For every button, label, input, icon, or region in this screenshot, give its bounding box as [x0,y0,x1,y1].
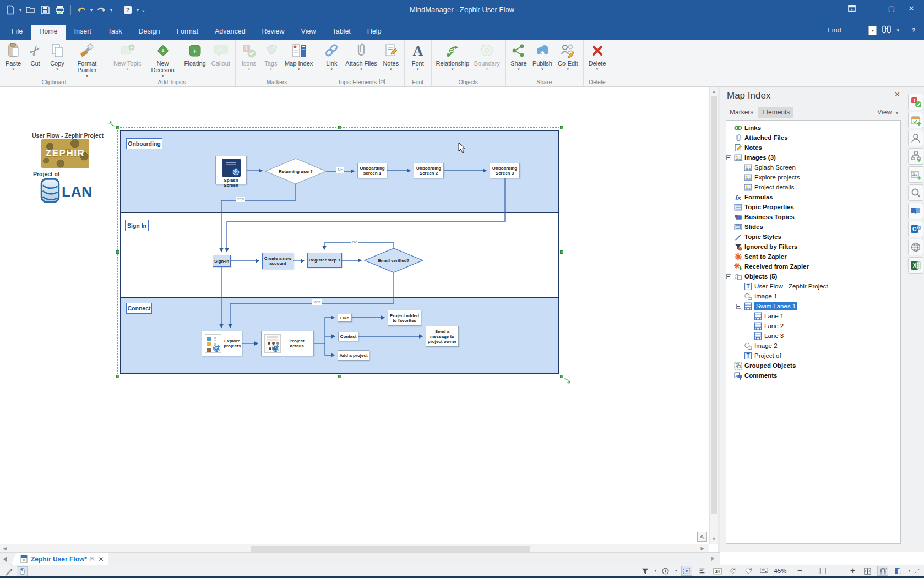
zoom-slider[interactable] [809,566,843,576]
node-sign-in[interactable]: Sign-in [213,255,231,267]
font-button[interactable]: AFont▾ [407,41,429,73]
tree-item-lane-1[interactable]: +Lane 1 [726,311,900,321]
node-onboarding-screen-2[interactable]: Onboarding Screen 2 [414,163,444,178]
zoom-slider-thumb[interactable] [819,568,821,574]
tree-item-lane-2[interactable]: +Lane 2 [726,321,900,331]
help-icon[interactable]: ? [909,26,918,35]
pen-mode-icon[interactable] [4,566,14,576]
tab-advanced[interactable]: Advanced [206,25,254,40]
outline-view-icon[interactable] [697,566,708,576]
tab-close-icon[interactable]: ✕ [98,555,104,563]
zoom-in-icon[interactable]: + [847,566,857,576]
find-binoculars-icon[interactable] [881,24,892,36]
node-onboarding-screen-1[interactable]: Onboarding screen 1 [357,163,387,178]
panel-close-icon[interactable]: ✕ [894,90,900,99]
tree-item-links[interactable]: Links [726,123,900,133]
scroll-right-icon[interactable]: ▶ [698,544,706,553]
delete-button[interactable]: Delete▾ [586,41,609,73]
link-button[interactable]: Link▾ [320,41,343,73]
tab-review[interactable]: Review [254,25,293,40]
zephir-logo[interactable]: ZEPHIR [41,139,89,168]
strip-tab-outlook-icon[interactable]: O [908,221,923,237]
tab-help[interactable]: Help [359,25,390,40]
find-dropdown[interactable]: ▾ [868,26,877,35]
tree-item-notes[interactable]: Notes [726,143,900,152]
paste-button[interactable]: Paste▾ [2,41,24,73]
strip-tab-image-add-icon[interactable] [908,166,923,183]
strip-tab-web-icon[interactable] [908,239,923,255]
zoom-out-icon[interactable]: − [795,566,805,576]
node-add-a-project[interactable]: Add a project [338,350,369,361]
node-send-message[interactable]: Send a message to project owner [426,326,459,347]
tree-item-sent-to-zapier[interactable]: Sent to Zapier [726,252,900,261]
strip-tab-search-icon[interactable] [908,184,923,201]
expander-icon[interactable] [726,155,731,160]
vertical-scrollbar[interactable]: ▲ ▼ [709,87,718,544]
refresh-caret[interactable]: ▾ [675,569,677,573]
tree-item-project-details[interactable]: Project details [726,182,900,192]
tree-item-attached-files[interactable]: Attached Files [726,133,900,143]
tree-item-topic-properties[interactable]: Topic Properties [726,202,900,212]
map-index-tab-elements[interactable]: Elements [758,107,793,118]
mouse-mode-icon[interactable] [17,566,28,576]
tree-item-image-1[interactable]: Image 1 [726,291,900,301]
horizontal-scrollbar[interactable]: ◀ ▶ [0,544,709,552]
fit-map-icon[interactable] [862,566,873,576]
strip-tab-marker-badge-icon[interactable]: 1 [908,94,923,110]
scroll-up-icon[interactable]: ▲ [710,88,718,96]
tree-item-ignored-by-filters[interactable]: Ignored by Filters [726,242,900,252]
strip-tab-map-parts-icon[interactable] [908,203,923,219]
next-tab-icon[interactable] [711,556,714,561]
refresh-icon[interactable] [661,566,671,576]
snap-magnet-icon[interactable]: # [877,566,888,576]
map-canvas[interactable]: User Flow - Zephir Project ZEPHIR Projec… [0,87,709,544]
pages-caret[interactable]: ▾ [908,569,910,573]
lane-label-connect[interactable]: Connect [126,303,152,314]
document-tab[interactable]: Zephir User Flow* ⇱ ✕ [11,553,108,565]
tree-item-image-2[interactable]: Image 2 [726,341,900,351]
strip-tab-excel-icon[interactable]: X [908,257,923,274]
view-dropdown[interactable]: View▼ [877,108,899,116]
close-button[interactable]: ✕ [903,1,920,15]
node-create-account[interactable]: Create a new account [262,253,293,269]
new-decision-button[interactable]: +New Decision▾ [144,41,182,79]
previous-tab-icon[interactable] [3,557,7,562]
tree-item-grouped-objects[interactable]: Grouped Objects [726,361,900,370]
tab-format[interactable]: Format [168,25,206,40]
cut-button[interactable]: ✂Cut [24,41,46,68]
strip-tab-topic-map-add-icon[interactable] [908,148,923,165]
pages-icon[interactable] [893,566,904,576]
tree-item-images-3[interactable]: Images (3) [726,152,900,162]
tab-expand-icon[interactable]: ⇱ [90,556,95,562]
tree-item-topic-styles[interactable]: Topic Styles [726,232,900,242]
tab-insert[interactable]: Insert [66,25,100,40]
horizontal-scroll-thumb[interactable] [251,546,530,552]
tree-item-explore-projects[interactable]: Explore projects [726,172,900,182]
tree-item-project-of[interactable]: TProject of [726,351,900,361]
tree-item-received-from-zapier[interactable]: Received from Zapier [726,261,900,271]
tab-home[interactable]: Home [31,25,66,40]
node-project-details[interactable]: Project details [261,331,314,356]
scroll-left-icon[interactable]: ◀ [1,544,9,553]
relationship-button[interactable]: +Relationship▾ [434,41,471,73]
tab-file[interactable]: File [3,25,31,40]
tab-design[interactable]: Design [130,25,168,40]
tab-tablet[interactable]: Tablet [324,25,358,40]
dialog-launcher-icon[interactable] [379,79,385,85]
node-register-step-1[interactable]: Register step 1 [307,253,342,268]
lan-logo[interactable]: LAN [40,178,93,203]
notes-button[interactable]: Notes▾ [380,41,402,73]
expander-icon[interactable] [726,274,731,279]
lane-label-signin[interactable]: Sign In [125,220,149,231]
tree-item-lane-3[interactable]: +Lane 3 [726,331,900,341]
resize-arrow-bottomright-icon[interactable] [563,377,572,386]
tag-view-icon[interactable] [743,566,754,576]
tab-task[interactable]: Task [100,25,131,40]
resize-grip[interactable]: ⋰ [915,568,920,574]
tree-item-business-topics[interactable]: Business Topics [726,212,900,222]
strip-tab-calendar-add-icon[interactable] [908,112,923,128]
lane-label-onboarding[interactable]: Onboarding [126,138,162,149]
project-of-text[interactable]: Project of [33,171,59,177]
tree-item-formulas[interactable]: fxFormulas [726,192,900,202]
filter-icon[interactable] [640,566,650,576]
